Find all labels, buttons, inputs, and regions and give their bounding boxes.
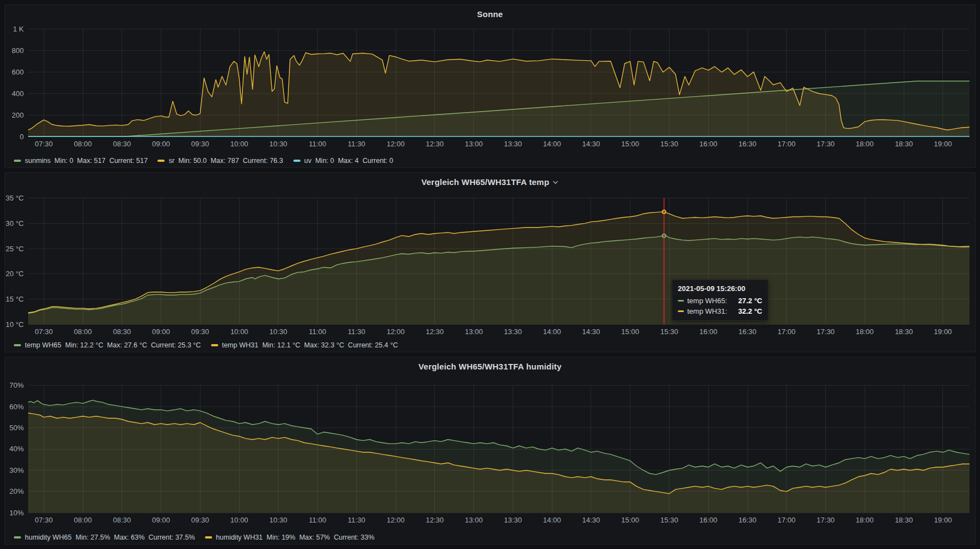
svg-text:0: 0 — [20, 133, 24, 141]
legend-series-stats: Min: 19% Max: 57% Current: 33% — [267, 534, 375, 541]
svg-text:13:30: 13:30 — [504, 140, 521, 148]
svg-text:12:30: 12:30 — [426, 516, 444, 524]
svg-text:08:00: 08:00 — [74, 328, 92, 336]
svg-text:14:30: 14:30 — [582, 516, 600, 524]
svg-text:20 °C: 20 °C — [6, 270, 24, 278]
svg-text:13:30: 13:30 — [504, 328, 521, 336]
legend-series-stats: Min: 12.1 °C Max: 32.3 °C Current: 25.4 … — [262, 341, 398, 349]
svg-text:40%: 40% — [9, 445, 24, 453]
panel-title-temp[interactable]: Vergleich WH65/WH31TFA temp — [421, 177, 550, 187]
panel-title-sonne[interactable]: Sonne — [477, 9, 503, 19]
svg-text:10:30: 10:30 — [270, 328, 287, 336]
chart-svg-0[interactable]: 07:3008:0008:3009:0009:3010:0010:3011:00… — [5, 5, 975, 167]
svg-text:12:30: 12:30 — [426, 328, 444, 336]
svg-text:08:00: 08:00 — [74, 140, 92, 148]
svg-text:15:30: 15:30 — [660, 140, 678, 148]
legend-item-temp-wh31[interactable]: temp WH31 Min: 12.1 °C Max: 32.3 °C Curr… — [211, 341, 398, 349]
legend-item-uv[interactable]: uv Min: 0 Max: 4 Current: 0 — [293, 157, 393, 165]
svg-text:30%: 30% — [9, 466, 24, 474]
panel-humidity-vergleich: 07:3008:0008:3009:0009:3010:0010:3011:00… — [4, 357, 976, 545]
svg-text:10:00: 10:00 — [230, 516, 248, 524]
svg-text:17:00: 17:00 — [778, 516, 795, 524]
series-swatch-icon — [14, 160, 21, 162]
svg-text:15:30: 15:30 — [660, 516, 678, 524]
legend-series-stats: Min: 50.0 Max: 787 Current: 76.3 — [178, 157, 283, 165]
svg-text:14:30: 14:30 — [582, 328, 600, 336]
svg-text:15 °C: 15 °C — [6, 295, 24, 303]
svg-text:11:30: 11:30 — [348, 140, 366, 148]
svg-text:16:30: 16:30 — [739, 516, 756, 524]
panel-title-humidity[interactable]: Vergleich WH65/WH31TFA humidity — [418, 362, 561, 371]
tooltip-series-label: temp WH31: — [687, 307, 727, 315]
svg-text:19:00: 19:00 — [934, 140, 952, 148]
svg-text:08:30: 08:30 — [113, 140, 131, 148]
legend-series-name[interactable]: sr — [168, 157, 174, 165]
legend-series-name[interactable]: uv — [304, 157, 312, 165]
svg-text:200: 200 — [12, 111, 24, 119]
legend-item-humidity-wh65[interactable]: humidity WH65 Min: 27.5% Max: 63% Curren… — [14, 534, 195, 541]
svg-text:11:00: 11:00 — [309, 328, 326, 336]
svg-text:14:00: 14:00 — [543, 516, 561, 524]
legend-series-stats: Min: 12.2 °C Max: 27.6 °C Current: 25.3 … — [65, 341, 201, 349]
svg-text:17:30: 17:30 — [816, 328, 834, 336]
svg-text:17:00: 17:00 — [778, 328, 795, 336]
svg-text:08:00: 08:00 — [74, 516, 92, 524]
svg-text:16:00: 16:00 — [699, 140, 717, 148]
panel-temp-vergleich: 07:3008:0008:3009:0009:3010:0010:3011:00… — [4, 172, 976, 352]
chart-svg-1[interactable]: 07:3008:0008:3009:0009:3010:0010:3011:00… — [5, 173, 975, 352]
svg-text:10:00: 10:00 — [230, 328, 248, 336]
svg-text:09:00: 09:00 — [152, 516, 170, 524]
svg-text:08:30: 08:30 — [113, 328, 131, 336]
tooltip-timestamp: 2021-05-09 15:26:00 — [678, 284, 762, 293]
svg-text:07:30: 07:30 — [35, 328, 52, 336]
panel-header-sonne: Sonne — [5, 7, 975, 20]
svg-text:13:00: 13:00 — [465, 516, 482, 524]
svg-text:1 K: 1 K — [13, 25, 24, 33]
legend-series-stats: Min: 27.5% Max: 63% Current: 37.5% — [76, 534, 195, 541]
svg-text:800: 800 — [12, 46, 24, 55]
svg-text:13:30: 13:30 — [504, 516, 521, 524]
svg-text:18:00: 18:00 — [856, 140, 873, 148]
svg-text:10%: 10% — [9, 509, 24, 517]
svg-text:16:00: 16:00 — [699, 328, 717, 336]
svg-text:60%: 60% — [9, 403, 24, 411]
svg-text:18:30: 18:30 — [895, 516, 913, 524]
svg-text:15:00: 15:00 — [621, 516, 639, 524]
tooltip-row: temp WH31: 32.2 °C — [678, 307, 762, 315]
svg-text:14:30: 14:30 — [582, 140, 600, 148]
legend-series-name[interactable]: sunmins — [25, 157, 51, 165]
chart-tooltip: 2021-05-09 15:26:00 temp WH65: 27.2 °C t… — [672, 279, 768, 321]
legend-series-name[interactable]: temp WH65 — [25, 341, 61, 349]
svg-text:25 °C: 25 °C — [6, 245, 24, 253]
svg-text:14:00: 14:00 — [543, 328, 561, 336]
svg-text:70%: 70% — [9, 381, 24, 389]
legend-humidity: humidity WH65 Min: 27.5% Max: 63% Curren… — [14, 534, 375, 541]
svg-text:17:30: 17:30 — [816, 140, 834, 148]
legend-series-name[interactable]: humidity WH65 — [25, 534, 72, 541]
legend-item-sunmins[interactable]: sunmins Min: 0 Max: 517 Current: 517 — [14, 157, 147, 165]
svg-text:09:30: 09:30 — [191, 328, 209, 336]
svg-text:600: 600 — [12, 68, 24, 76]
series-swatch-icon — [157, 160, 165, 162]
legend-sonne: sunmins Min: 0 Max: 517 Current: 517 sr … — [14, 157, 393, 165]
legend-series-name[interactable]: humidity WH31 — [216, 534, 263, 541]
svg-text:07:30: 07:30 — [35, 140, 52, 148]
legend-item-temp-wh65[interactable]: temp WH65 Min: 12.2 °C Max: 27.6 °C Curr… — [14, 341, 201, 349]
svg-text:07:30: 07:30 — [35, 516, 52, 524]
svg-text:35 °C: 35 °C — [6, 194, 24, 202]
svg-text:18:30: 18:30 — [895, 328, 913, 336]
legend-series-name[interactable]: temp WH31 — [222, 341, 259, 349]
svg-text:11:00: 11:00 — [309, 140, 326, 148]
legend-temp: temp WH65 Min: 12.2 °C Max: 27.6 °C Curr… — [14, 341, 398, 349]
legend-series-stats: Min: 0 Max: 517 Current: 517 — [55, 157, 148, 165]
legend-item-humidity-wh31[interactable]: humidity WH31 Min: 19% Max: 57% Current:… — [205, 534, 375, 541]
series-swatch-icon — [293, 160, 301, 162]
panel-menu-caret-icon[interactable] — [552, 177, 559, 187]
svg-text:17:30: 17:30 — [816, 516, 834, 524]
legend-item-sr[interactable]: sr Min: 50.0 Max: 787 Current: 76.3 — [157, 157, 283, 165]
series-swatch-icon — [205, 536, 212, 539]
chart-svg-2[interactable]: 07:3008:0008:3009:0009:3010:0010:3011:00… — [5, 357, 975, 544]
svg-text:13:00: 13:00 — [465, 140, 482, 148]
svg-text:13:00: 13:00 — [465, 328, 482, 336]
svg-text:50%: 50% — [9, 424, 24, 432]
